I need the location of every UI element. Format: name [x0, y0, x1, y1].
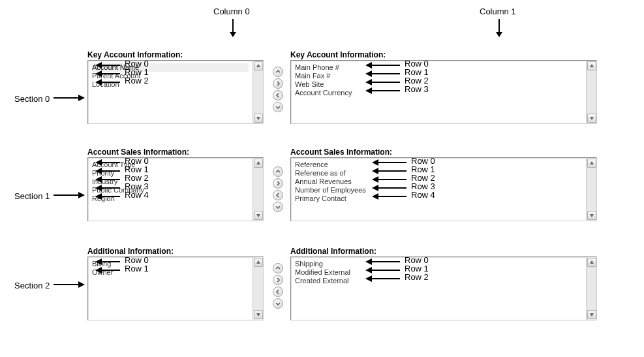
move-up-button[interactable]: [273, 67, 283, 77]
list-item[interactable]: Primary Contact: [295, 194, 582, 203]
row-label: Row 2: [125, 76, 149, 85]
row-arrow: [372, 167, 408, 175]
row-arrow: [95, 193, 121, 200]
svg-marker-55: [95, 258, 102, 265]
svg-marker-23: [365, 87, 372, 94]
move-left-button[interactable]: [273, 90, 283, 101]
list-item[interactable]: Number of Employees: [295, 186, 582, 194]
svg-marker-37: [95, 193, 102, 200]
move-down-button[interactable]: [273, 102, 283, 112]
section-0-col0-title: Key Account Information:: [87, 50, 183, 59]
svg-marker-11: [95, 70, 102, 77]
list-item[interactable]: Main Phone #: [295, 63, 582, 72]
scrollbar[interactable]: [586, 61, 596, 123]
scroll-up-button[interactable]: [254, 159, 263, 168]
list-item[interactable]: Reference as of: [295, 169, 582, 178]
svg-marker-1: [230, 32, 236, 37]
scroll-up-button[interactable]: [587, 258, 596, 267]
svg-marker-52: [256, 260, 260, 264]
row-arrow: [95, 258, 121, 266]
scroll-up-button[interactable]: [587, 159, 596, 168]
scroll-down-button[interactable]: [254, 114, 263, 123]
scroll-up-button[interactable]: [254, 61, 263, 70]
section-1-label: Section 1: [14, 191, 50, 201]
svg-marker-31: [95, 168, 102, 174]
list-item[interactable]: Shipping: [295, 260, 582, 268]
scrollbar[interactable]: [253, 61, 263, 123]
scroll-up-button[interactable]: [587, 61, 596, 70]
move-up-button[interactable]: [273, 263, 283, 273]
scrollbar[interactable]: [586, 257, 596, 320]
row-arrow: [365, 266, 401, 274]
scroll-down-button[interactable]: [587, 310, 596, 319]
scroll-down-button[interactable]: [587, 114, 596, 123]
svg-marker-38: [590, 161, 594, 164]
row-arrow: [365, 275, 401, 283]
row-arrow: [365, 87, 401, 95]
svg-marker-51: [78, 281, 85, 288]
move-up-button[interactable]: [273, 166, 283, 177]
scrollbar[interactable]: [586, 158, 596, 221]
move-right-button[interactable]: [273, 275, 283, 285]
svg-marker-35: [95, 185, 102, 191]
nav-button-column: [273, 165, 284, 213]
list-item[interactable]: Main Fax #: [295, 72, 582, 80]
row-arrow: [95, 70, 121, 78]
nav-button-column: [273, 262, 284, 310]
scrollbar[interactable]: [253, 257, 263, 320]
section-2-col0-title: Additional Information:: [87, 247, 174, 256]
nav-button-column: [273, 65, 284, 114]
row-arrow: [365, 258, 401, 266]
svg-marker-14: [590, 64, 594, 67]
section-1-col1-panel[interactable]: Reference Reference as of Annual Revenue…: [290, 157, 597, 221]
svg-marker-13: [95, 79, 102, 85]
svg-marker-26: [256, 161, 260, 164]
section-0-col1-title: Key Account Information:: [290, 50, 386, 59]
scrollbar[interactable]: [253, 158, 263, 221]
scroll-down-button[interactable]: [587, 211, 596, 220]
svg-marker-21: [365, 79, 372, 85]
row-arrow: [95, 159, 121, 166]
row-label: Row 4: [125, 190, 149, 200]
list-item[interactable]: Created External: [295, 277, 582, 285]
list-item[interactable]: Web Site: [295, 80, 582, 89]
move-down-button[interactable]: [273, 298, 283, 309]
svg-marker-41: [372, 159, 378, 166]
move-down-button[interactable]: [273, 202, 283, 212]
list-item[interactable]: Reference: [295, 161, 582, 169]
svg-marker-61: [365, 258, 372, 265]
row-arrow: [95, 78, 121, 86]
section-2-arrow: [52, 281, 85, 288]
scroll-up-button[interactable]: [254, 258, 263, 267]
move-right-button[interactable]: [273, 178, 283, 189]
row-label: Row 3: [405, 84, 429, 94]
diagram-root: Column 0 Column 1 Section 0 Key Account …: [0, 0, 644, 357]
row-arrow: [372, 193, 408, 200]
move-right-button[interactable]: [273, 78, 283, 89]
row-arrow: [95, 176, 121, 183]
svg-marker-63: [365, 267, 372, 273]
row-label: Row 2: [405, 272, 429, 282]
svg-marker-3: [496, 32, 502, 37]
list-inner: Reference Reference as of Annual Revenue…: [292, 159, 585, 219]
svg-marker-33: [95, 176, 102, 183]
svg-marker-49: [372, 193, 378, 200]
scroll-down-button[interactable]: [254, 310, 263, 319]
scroll-down-button[interactable]: [254, 211, 263, 220]
move-left-button[interactable]: [273, 287, 283, 297]
move-left-button[interactable]: [273, 190, 283, 200]
section-0-col1-panel[interactable]: Main Phone # Main Fax # Web Site Account…: [290, 60, 597, 124]
column-1-arrow: [494, 18, 504, 37]
list-item[interactable]: Modified External: [295, 268, 582, 277]
list-inner: Shipping Modified External Created Exter…: [292, 258, 585, 318]
row-label: Row 4: [411, 190, 435, 200]
svg-marker-57: [95, 267, 102, 273]
svg-marker-43: [372, 168, 378, 174]
svg-marker-39: [590, 214, 594, 217]
row-arrow: [372, 159, 408, 166]
list-item[interactable]: Annual Revenues: [295, 178, 582, 186]
svg-marker-19: [365, 70, 372, 77]
section-2-col1-panel[interactable]: Shipping Modified External Created Exter…: [290, 256, 597, 320]
list-item[interactable]: Account Currency: [295, 89, 582, 97]
svg-marker-9: [95, 62, 102, 69]
